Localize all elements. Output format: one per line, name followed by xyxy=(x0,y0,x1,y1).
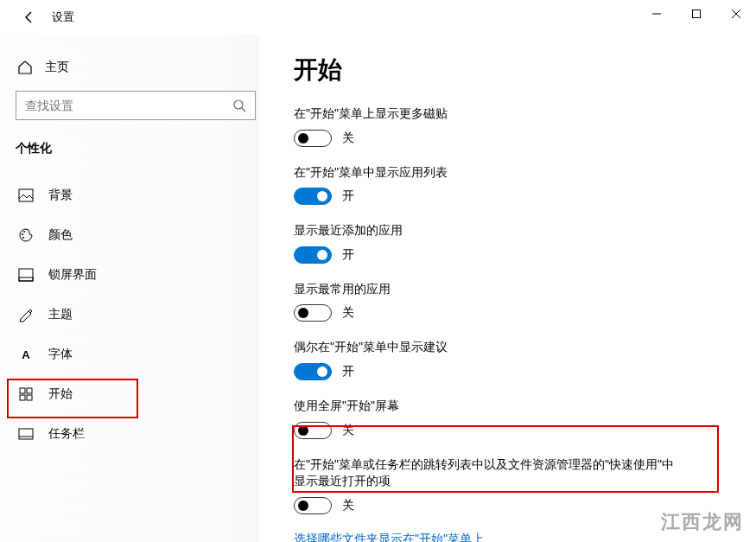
toggle-state: 关 xyxy=(342,305,354,321)
font-icon: A xyxy=(17,348,35,361)
minimize-icon xyxy=(651,9,662,19)
setting-label: 在"开始"菜单上显示更多磁贴 xyxy=(294,105,732,123)
arrow-left-icon xyxy=(22,10,36,24)
toggle-state: 开 xyxy=(342,188,354,204)
toggle-recently-added[interactable] xyxy=(294,246,332,264)
start-icon xyxy=(17,387,35,401)
toggle-state: 关 xyxy=(342,131,354,146)
toggle-fullscreen-start[interactable] xyxy=(294,422,332,439)
sidebar-item-label: 开始 xyxy=(48,386,73,402)
sidebar-item-label: 任务栏 xyxy=(48,426,85,442)
content-area: 开始 在"开始"菜单上显示更多磁贴 关 在"开始"菜单中显示应用列表 开 显示最… xyxy=(259,35,756,542)
svg-rect-1 xyxy=(693,10,701,18)
setting-label: 使用全屏"开始"屏幕 xyxy=(294,398,732,415)
home-link[interactable]: 主页 xyxy=(16,56,259,91)
sidebar-item-lockscreen[interactable]: 锁屏界面 xyxy=(16,255,259,295)
close-button[interactable] xyxy=(716,0,756,28)
toggle-most-used[interactable] xyxy=(294,304,332,322)
toggle-suggestions[interactable] xyxy=(294,363,332,380)
sidebar-item-themes[interactable]: 主题 xyxy=(16,295,259,335)
svg-point-5 xyxy=(22,233,23,235)
toggle-state: 关 xyxy=(342,498,354,513)
category-heading: 个性化 xyxy=(16,134,259,175)
svg-rect-4 xyxy=(19,189,33,201)
sidebar-item-label: 主题 xyxy=(48,307,73,322)
minimize-button[interactable] xyxy=(637,0,677,28)
svg-rect-8 xyxy=(19,269,33,281)
svg-line-3 xyxy=(242,108,245,112)
svg-rect-13 xyxy=(27,395,32,400)
svg-point-2 xyxy=(234,100,243,109)
svg-point-7 xyxy=(22,237,24,239)
sidebar-item-fonts[interactable]: A 字体 xyxy=(16,335,259,374)
sidebar-item-label: 背景 xyxy=(48,188,73,203)
window-controls xyxy=(637,0,756,28)
svg-rect-9 xyxy=(19,277,33,281)
sidebar-item-taskbar[interactable]: 任务栏 xyxy=(16,414,259,454)
back-button[interactable] xyxy=(19,7,40,28)
maximize-button[interactable] xyxy=(677,0,716,28)
sidebar-item-label: 颜色 xyxy=(48,227,73,243)
toggle-jump-list-recent[interactable] xyxy=(294,497,332,514)
toggle-state: 关 xyxy=(342,423,354,438)
sidebar-item-label: 字体 xyxy=(48,347,73,362)
svg-rect-10 xyxy=(20,388,25,393)
sidebar-item-start[interactable]: 开始 xyxy=(16,374,259,414)
setting-label: 显示最常用的应用 xyxy=(294,281,732,298)
toggle-state: 开 xyxy=(342,247,354,263)
lockscreen-icon xyxy=(17,268,35,282)
sidebar-item-background[interactable]: 背景 xyxy=(16,175,259,215)
sidebar-item-colors[interactable]: 颜色 xyxy=(16,215,259,255)
setting-label: 显示最近添加的应用 xyxy=(294,222,732,239)
search-input[interactable] xyxy=(25,99,232,112)
toggle-more-tiles[interactable] xyxy=(294,130,332,147)
theme-icon xyxy=(17,307,35,322)
maximize-icon xyxy=(691,9,702,19)
setting-label: 偶尔在"开始"菜单中显示建议 xyxy=(294,339,732,356)
home-icon xyxy=(17,60,33,75)
svg-point-6 xyxy=(23,231,25,233)
search-icon xyxy=(232,99,246,112)
window-title: 设置 xyxy=(52,10,74,25)
watermark: 江西龙网 xyxy=(661,509,744,535)
toggle-app-list[interactable] xyxy=(294,188,332,205)
sidebar-item-label: 锁屏界面 xyxy=(48,267,97,283)
picture-icon xyxy=(17,188,35,202)
setting-label: 在"开始"菜单或任务栏的跳转列表中以及文件资源管理器的"快速使用"中显示最近打开… xyxy=(294,456,674,490)
svg-rect-12 xyxy=(20,395,25,400)
palette-icon xyxy=(17,227,35,243)
svg-rect-11 xyxy=(27,388,32,393)
taskbar-icon xyxy=(17,428,35,440)
svg-rect-14 xyxy=(19,429,33,439)
page-title: 开始 xyxy=(294,54,732,86)
sidebar: 主页 个性化 背景 颜色 锁屏界面 xyxy=(0,35,259,542)
setting-label: 在"开始"菜单中显示应用列表 xyxy=(294,164,732,182)
search-box[interactable] xyxy=(16,91,256,120)
home-label: 主页 xyxy=(45,60,69,75)
close-icon xyxy=(731,9,741,19)
toggle-state: 开 xyxy=(342,364,354,379)
